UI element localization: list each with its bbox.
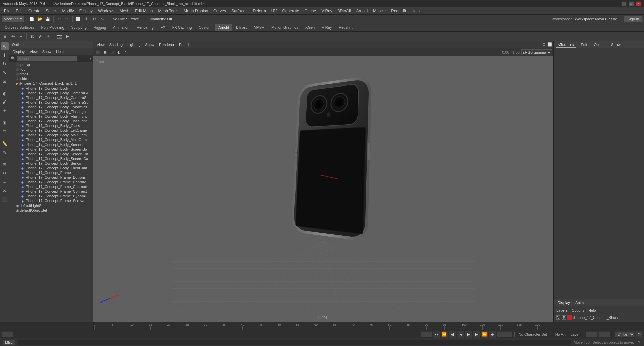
timeline-tick[interactable]: 120 (535, 322, 540, 330)
timeline-tick[interactable]: 35 (222, 322, 226, 330)
module-tab-rendering[interactable]: Rendering (133, 24, 157, 31)
module-tab-mash[interactable]: MASH (250, 24, 268, 31)
timeline-tick[interactable]: 40 (241, 322, 244, 330)
vp-icon-maximize[interactable]: ⬜ (547, 42, 553, 47)
timeline-area[interactable]: 0510152025303540455055606570758085909510… (0, 322, 644, 330)
module-tab-fx-caching[interactable]: FX Caching (169, 24, 195, 31)
outliner-display-menu[interactable]: Display (11, 49, 27, 54)
vp-isolate[interactable]: ⊙ (123, 49, 129, 56)
timeline-tick[interactable]: 5 (112, 322, 114, 330)
module-tab-animation[interactable]: Animation (110, 24, 133, 31)
snap-grid-button[interactable]: ⊞ (1, 33, 9, 40)
move-tool[interactable]: ✛ (1, 51, 9, 59)
menu-item-mesh-tools[interactable]: Mesh Tools (156, 8, 181, 14)
module-tab-bifrost[interactable]: Bifrost (233, 24, 250, 31)
outliner-item[interactable]: ◈iPhone_17_Concept_Body_MainCam (9, 133, 93, 137)
next-frame-button[interactable]: ▶ (473, 331, 480, 338)
menu-item-create[interactable]: Create (25, 8, 43, 14)
channels-tab[interactable]: Channels (556, 42, 576, 48)
go-to-end-button[interactable]: ⏭ (489, 331, 496, 338)
vp-color-profile[interactable]: sRGB gamma (521, 49, 552, 55)
timeline-tick[interactable]: 105 (480, 322, 485, 330)
maximize-button[interactable]: □ (629, 1, 634, 6)
menu-item-deform[interactable]: Deform (250, 8, 268, 14)
outliner-item[interactable]: ◈iPhone_17_Concept_Body_Sencor (9, 161, 93, 166)
module-tab-curves-/-surfaces[interactable]: Curves / Surfaces (1, 24, 37, 31)
last-tool[interactable]: ⊡ (1, 77, 9, 85)
range-max-input[interactable]: 200 (598, 331, 610, 337)
bevel-edge-tool[interactable]: ⋈ (1, 186, 9, 194)
timeline-tick[interactable]: 115 (517, 322, 522, 330)
menu-item-redshift[interactable]: Redshift (388, 8, 409, 14)
rotate-tool-button[interactable]: ↻ (91, 15, 98, 23)
outliner-filter-icon[interactable]: ▾ (90, 56, 92, 61)
step-back-button[interactable]: ⏪ (441, 331, 448, 338)
layer-color-swatch[interactable] (567, 315, 572, 320)
outliner-item[interactable]: ◉defaultLightSet (9, 203, 93, 208)
outliner-item[interactable]: 🎥persp (9, 62, 93, 67)
snap-point-button[interactable]: ✦ (17, 33, 25, 40)
anim-prefs-button[interactable]: ⚙ (635, 331, 643, 338)
module-tab-fx[interactable]: FX (157, 24, 169, 31)
menu-item-edit-mesh[interactable]: Edit Mesh (132, 8, 155, 14)
lighting-menu[interactable]: Lighting (125, 42, 143, 47)
menu-item-modify[interactable]: Modify (59, 8, 76, 14)
menu-item-edit[interactable]: Edit (13, 8, 25, 14)
show-menu[interactable]: Show (143, 42, 157, 47)
scale-tool-button[interactable]: ⤡ (99, 15, 106, 23)
vp-camera-toggle[interactable]: 🎥 (95, 49, 101, 56)
offset-edge-loop-tool[interactable]: ≡ (1, 178, 9, 186)
rotate-tool[interactable]: ↻ (1, 60, 9, 68)
outliner-item[interactable]: ◈iPhone_17_Concept_Body_ThirdCam (9, 166, 93, 170)
snap-curve-button[interactable]: ◎ (9, 33, 17, 40)
camera-button[interactable]: 📷 (56, 33, 63, 40)
play-back-button[interactable]: ◂ (457, 331, 464, 338)
extrude-tool[interactable]: ⬛ (1, 195, 9, 203)
outliner-item[interactable]: ◈iPhone_17_Concept_Body_MainCam (9, 137, 93, 142)
menu-item-help[interactable]: Help (409, 8, 422, 14)
no-live-surface-button[interactable]: No Live Surface (110, 16, 142, 22)
outliner-show-menu[interactable]: Show (40, 49, 54, 54)
mel-button[interactable]: MEL (3, 340, 15, 345)
select-tool[interactable]: ↖ (1, 42, 9, 50)
module-tab-xgen[interactable]: XGen (302, 24, 318, 31)
timeline-tick[interactable]: 10 (130, 322, 134, 330)
outliner-item[interactable]: ◈iPhone_17_Concept_Body_Flashlight (9, 109, 93, 114)
module-tab-redshift[interactable]: Redshift (335, 24, 356, 31)
outliner-item[interactable]: ◈iPhone_17_Concept_Body_Flashlight (9, 119, 93, 123)
scale-tool[interactable]: ⤡ (1, 68, 9, 76)
sign-in-button[interactable]: Sign In (624, 16, 643, 22)
search-input[interactable] (17, 56, 77, 62)
layers-menu[interactable]: Layers (555, 308, 569, 313)
annotation-tool[interactable]: ✎ (1, 148, 9, 156)
go-to-start-button[interactable]: ⏮ (433, 331, 440, 338)
renderer-menu[interactable]: Renderer (157, 42, 176, 47)
module-tab-sculpting[interactable]: Sculpting (68, 24, 90, 31)
close-button[interactable]: ✕ (636, 1, 641, 6)
timeline-tick[interactable]: 25 (185, 322, 189, 330)
open-scene-button[interactable]: 📂 (36, 15, 44, 23)
anim-tab[interactable]: Anim (574, 300, 585, 305)
module-tab-v-ray[interactable]: V-Ray (318, 24, 335, 31)
soft-select-tool[interactable]: ◐ (1, 89, 9, 97)
outliner-item[interactable]: ◈iPhone_17_Concept_Body_LeftCame (9, 128, 93, 133)
timeline-tick[interactable]: 55 (296, 322, 299, 330)
outliner-item[interactable]: ◈iPhone_17_Concept_Body_Glass (9, 123, 93, 128)
module-tab-custom[interactable]: Custom (195, 24, 215, 31)
menu-item-select[interactable]: Select (43, 8, 59, 14)
measure-tool[interactable]: 📏 (1, 139, 9, 148)
timeline-tick[interactable]: 110 (498, 322, 503, 330)
menu-item-uv[interactable]: UV (269, 8, 280, 14)
shading-menu[interactable]: Shading (107, 42, 125, 47)
move-tool-button[interactable]: ✛ (83, 15, 90, 23)
timeline-tick[interactable]: 80 (388, 322, 391, 330)
render-button[interactable]: ▶ (64, 33, 71, 40)
timeline-tick[interactable]: 50 (277, 322, 281, 330)
timeline-tick[interactable]: 75 (370, 322, 373, 330)
object-tab[interactable]: Object (592, 42, 606, 47)
command-line-input[interactable] (18, 339, 571, 345)
timeline-tick[interactable]: 20 (167, 322, 170, 330)
lasso-tool[interactable]: ⌖ (1, 107, 9, 115)
outliner-item[interactable]: ◈iPhone_17_Concept_Body_ScreenBa (9, 147, 93, 152)
paint-select-button[interactable]: 🖌 (37, 33, 44, 40)
